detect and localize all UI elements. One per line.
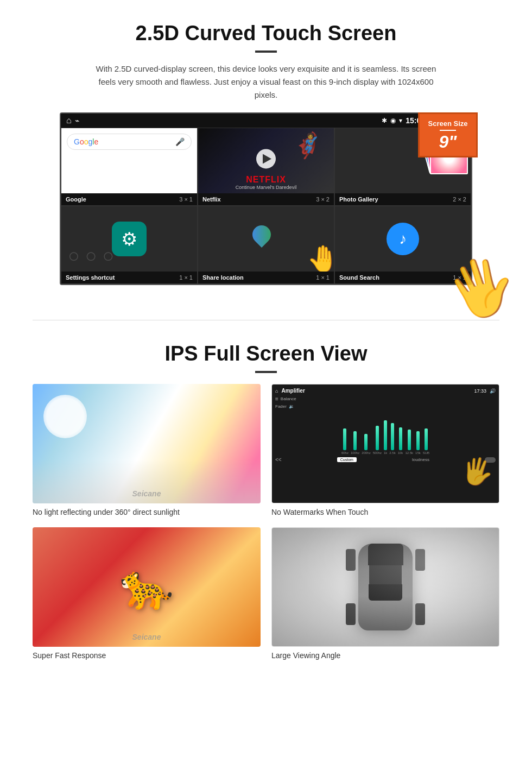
gallery-label: Photo Gallery 2 × 2 — [335, 193, 471, 205]
section2-title: IPS Full Screen View — [33, 342, 499, 365]
share-app-name: Share location — [202, 274, 244, 281]
section2-title-divider — [255, 371, 277, 373]
ground-reflection — [33, 460, 261, 503]
title-divider — [255, 51, 277, 53]
location-icon: ◉ — [390, 117, 396, 124]
eq-bar-10k: 10k — [398, 427, 403, 455]
eq-bar[interactable] — [391, 423, 394, 450]
amp-controls: ≡ Balance — [275, 396, 496, 402]
sound-app-name: Sound Search — [339, 274, 379, 281]
mic-icon[interactable]: 🎤 — [175, 137, 185, 146]
amp-custom-btn[interactable]: Custom — [337, 457, 357, 462]
play-triangle-icon — [263, 154, 271, 163]
netflix-logo: NETFLIX — [201, 175, 331, 185]
eq-bar[interactable] — [353, 431, 357, 450]
sound-thumb: ♪ — [335, 206, 471, 272]
section-divider — [33, 320, 499, 320]
eq-bar-125k: 12.5k — [405, 430, 413, 455]
daredevil-figure: 🦸 — [293, 131, 323, 160]
amp-time: 17:33 — [474, 388, 486, 394]
amp-balance-label: Balance — [281, 396, 296, 401]
eq-bar[interactable] — [384, 420, 387, 450]
sun-glow — [43, 395, 87, 438]
app-cell-google[interactable]: Google 🎤 Google 3 × 1 — [61, 128, 198, 206]
amplifier-caption: No Watermarks When Touch — [271, 508, 499, 516]
google-logo: Google — [74, 137, 98, 146]
music-note-icon: ♪ — [399, 230, 407, 248]
eq-bar-15k: 15k — [415, 431, 421, 455]
section1-title: 2.5D Curved Touch Screen — [33, 22, 499, 45]
car-card: Large Viewing Angle — [271, 527, 499, 660]
eq-bar[interactable] — [376, 426, 379, 450]
hand-touch-icon: 🤚 — [307, 244, 334, 272]
settings-grid-size: 1 × 1 — [179, 274, 193, 281]
eq-bar-sub: SUB — [423, 428, 429, 455]
netflix-subtitle: Continue Marvel's Daredevil — [201, 185, 331, 190]
eq-bar-25k: 2.5k — [389, 423, 395, 455]
ghost-icon-1: ○ — [68, 244, 80, 267]
google-thumb: Google 🎤 — [61, 128, 197, 193]
eq-bar-1k: 1k — [384, 420, 387, 455]
ghost-icons: ○ ○ ○ — [61, 244, 197, 267]
amp-hand-icon: 🖐 — [459, 453, 496, 489]
sunlight-image-card: Seicane — [33, 384, 261, 503]
sound-icon-circle: ♪ — [387, 223, 419, 255]
amp-title: Amplifier — [281, 388, 305, 394]
settings-thumb: ⚙ ○ ○ ○ — [61, 206, 197, 272]
play-button[interactable] — [256, 149, 276, 168]
maps-icon — [250, 223, 282, 255]
amp-home-icon: ⌂ — [275, 388, 278, 394]
cheetah-image: 🐆 Seicane — [33, 527, 261, 647]
eq-bar[interactable] — [399, 427, 402, 450]
amp-fader-label: Fader — [275, 404, 287, 409]
usb-icon: ⌁ — [75, 116, 79, 125]
gallery-app-name: Photo Gallery — [339, 196, 378, 203]
car-wheel-fl — [346, 549, 356, 571]
maps-pin — [249, 222, 275, 248]
amp-screen: ⌂ Amplifier 17:33 🔊 ≡ Balance Fader 🔉 — [272, 384, 499, 503]
app-cell-netflix[interactable]: 🦸 NETFLIX Continue Marvel's Daredevil — [198, 128, 334, 206]
section-ips-screen: IPS Full Screen View Seicane No light re… — [0, 331, 532, 676]
eq-bar-500hz: 500hz — [373, 426, 382, 455]
eq-bar[interactable] — [343, 428, 346, 450]
bluetooth-icon: ✱ — [382, 117, 387, 124]
amp-eq-icon: ≡ — [275, 396, 278, 402]
cheetah-image-card: 🐆 Seicane — [33, 527, 261, 647]
app-cell-share[interactable]: 🤚 Share location 1 × 1 — [198, 206, 334, 284]
amplifier-card: ⌂ Amplifier 17:33 🔊 ≡ Balance Fader 🔉 — [271, 384, 499, 516]
section-curved-screen: 2.5D Curved Touch Screen With 2.5D curve… — [0, 0, 532, 298]
ghost-icon-2: ○ — [85, 244, 97, 267]
google-grid-size: 3 × 1 — [179, 196, 193, 203]
eq-bar[interactable] — [364, 434, 368, 450]
home-icon: ⌂ — [66, 116, 72, 125]
app-cell-settings[interactable]: ⚙ ○ ○ ○ Settings shortcut 1 × 1 — [61, 206, 198, 284]
eq-bar[interactable] — [408, 430, 411, 450]
netflix-app-name: Netflix — [202, 196, 221, 203]
wifi-icon: ▾ — [399, 117, 402, 124]
amp-header: ⌂ Amplifier 17:33 🔊 — [275, 388, 496, 394]
badge-title: Screen Size — [427, 119, 468, 128]
amp-loudness-label: loudness — [412, 457, 429, 462]
screen-size-badge: Screen Size 9" — [418, 112, 478, 157]
car-image-card — [271, 527, 499, 647]
settings-app-name: Settings shortcut — [66, 274, 115, 281]
screen-wrapper: Screen Size 9" ⌂ ⌁ ✱ ◉ ▾ 15:06 📷 🔊 — [60, 112, 472, 285]
car-body — [358, 544, 413, 630]
sunlight-card: Seicane No light reflecting under 360° d… — [33, 384, 261, 516]
cheetah-card: 🐆 Seicane Super Fast Response — [33, 527, 261, 660]
amp-prev-icon: << — [275, 457, 282, 463]
sky-image — [33, 384, 261, 503]
car-wheel-fr — [415, 549, 425, 571]
netflix-grid-size: 3 × 2 — [316, 196, 330, 203]
settings-label: Settings shortcut 1 × 1 — [61, 272, 197, 283]
car-wheel-rr — [415, 603, 425, 625]
amp-fader: Fader 🔉 — [275, 404, 496, 409]
gallery-grid-size: 2 × 2 — [453, 196, 466, 203]
eq-bar[interactable] — [416, 431, 420, 450]
google-search-bar[interactable]: Google 🎤 — [67, 134, 192, 150]
screen-frame: ⌂ ⌁ ✱ ◉ ▾ 15:06 📷 🔊 ✕ ▭ — [60, 112, 472, 285]
car-windshield — [368, 544, 403, 565]
google-label: Google 3 × 1 — [61, 193, 197, 205]
eq-bar[interactable] — [425, 428, 428, 450]
google-app-name: Google — [66, 196, 86, 203]
